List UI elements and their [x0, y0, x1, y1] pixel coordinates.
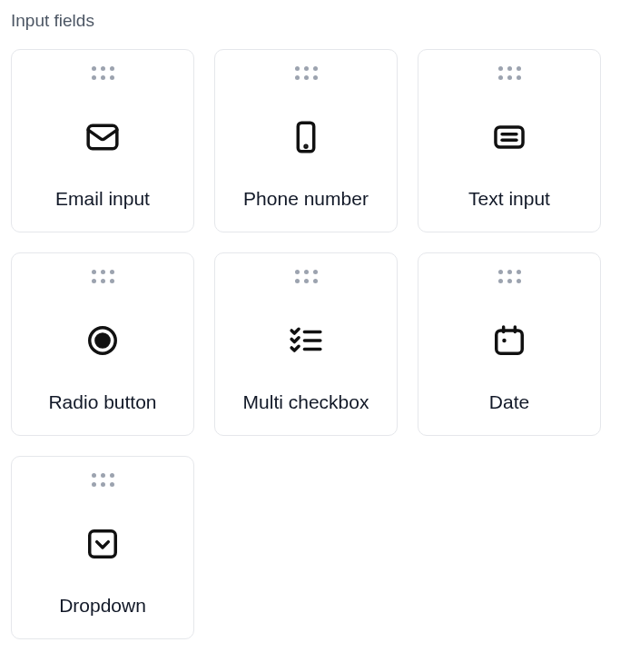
envelope-icon	[85, 114, 120, 160]
radio-icon	[85, 318, 120, 363]
svg-rect-0	[88, 125, 117, 148]
card-email-input[interactable]: Email input	[11, 49, 194, 232]
card-label: Email input	[55, 188, 150, 210]
drag-handle-icon[interactable]	[92, 270, 114, 283]
drag-handle-icon[interactable]	[295, 270, 318, 283]
calendar-icon	[492, 318, 527, 363]
svg-rect-15	[90, 531, 116, 558]
textbox-icon	[492, 114, 527, 160]
cards-grid: Email input Phone number Text input	[11, 49, 619, 639]
phone-icon	[289, 114, 323, 160]
card-multi-checkbox[interactable]: Multi checkbox	[214, 252, 398, 436]
drag-handle-icon[interactable]	[92, 66, 114, 80]
svg-point-7	[96, 334, 109, 347]
svg-point-2	[305, 145, 307, 147]
card-label: Phone number	[243, 188, 369, 210]
section-title: Input fields	[11, 11, 619, 31]
svg-rect-3	[496, 127, 523, 147]
card-date[interactable]: Date	[418, 252, 601, 436]
svg-point-14	[502, 339, 506, 342]
dropdown-icon	[85, 521, 120, 567]
svg-rect-11	[497, 331, 523, 353]
card-radio-button[interactable]: Radio button	[11, 252, 194, 436]
card-label: Radio button	[48, 391, 156, 413]
drag-handle-icon[interactable]	[498, 270, 521, 283]
card-label: Date	[489, 391, 529, 413]
checklist-icon	[289, 318, 323, 363]
card-dropdown[interactable]: Dropdown	[11, 456, 194, 639]
card-label: Multi checkbox	[243, 391, 369, 413]
drag-handle-icon[interactable]	[498, 66, 521, 80]
card-text-input[interactable]: Text input	[418, 49, 601, 232]
card-phone-number[interactable]: Phone number	[214, 49, 398, 232]
card-label: Text input	[468, 188, 550, 210]
card-label: Dropdown	[59, 595, 146, 617]
drag-handle-icon[interactable]	[295, 66, 318, 80]
drag-handle-icon[interactable]	[92, 473, 114, 487]
